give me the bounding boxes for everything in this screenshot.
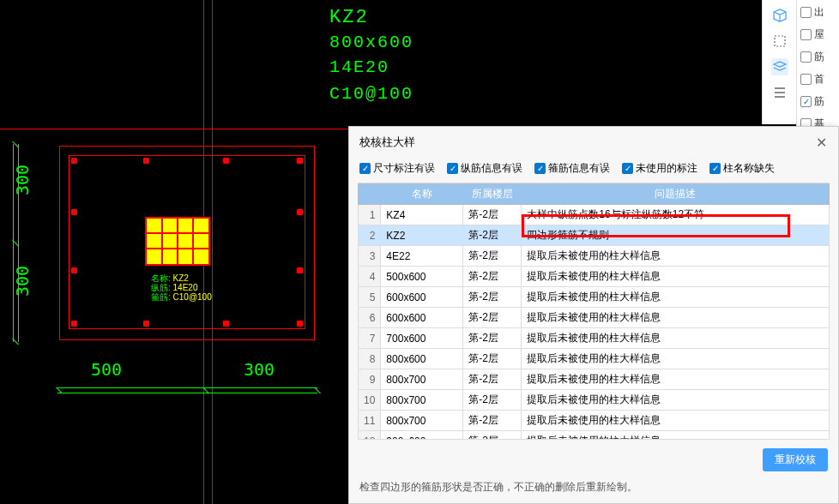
rebar-dot	[71, 209, 77, 215]
hint-text: 检查四边形的箍筋形状是否正确，不正确的删除后重新绘制。	[359, 480, 828, 495]
row-name: 4E22	[381, 246, 463, 267]
list-icon[interactable]	[771, 84, 788, 101]
row-index: 5	[359, 287, 381, 308]
check-column-dialog: 校核柱大样 ✕ ✓尺寸标注有误 ✓纵筋信息有误 ✓箍筋信息有误 ✓未使用的标注 …	[348, 126, 839, 504]
dim-line-bottom-2	[204, 387, 317, 388]
highlight-selection-grid	[147, 219, 208, 264]
dim-line-bottom-2b	[204, 393, 317, 393]
checkbox-name-missing[interactable]: ✓柱名称缺失	[709, 161, 775, 176]
row-name: 700x600	[381, 328, 463, 349]
rebar-dot	[143, 321, 149, 327]
view-toolbar	[762, 0, 796, 124]
close-button[interactable]: ✕	[814, 135, 828, 149]
option-4[interactable]: 首	[800, 72, 836, 87]
row-name: 900x600	[381, 431, 463, 441]
row-name: KZ4	[381, 205, 463, 225]
svg-rect-0	[775, 36, 785, 46]
table-row[interactable]: 1KZ4第-2层大样中纵筋点数16与标注纵筋数12不符	[359, 205, 830, 225]
row-floor: 第-2层	[463, 287, 522, 308]
option-2[interactable]: 屋	[800, 27, 836, 42]
row-index: 11	[359, 411, 381, 431]
row-index: 2	[359, 225, 381, 246]
row-name: 500x600	[381, 267, 463, 287]
row-index: 7	[359, 328, 381, 349]
rebar-dot	[223, 158, 229, 164]
filter-checkbox-row: ✓尺寸标注有误 ✓纵筋信息有误 ✓箍筋信息有误 ✓未使用的标注 ✓柱名称缺失	[349, 158, 838, 183]
row-index: 3	[359, 246, 381, 267]
table-row[interactable]: 11800x700第-2层提取后未被使用的柱大样信息	[359, 411, 830, 431]
row-desc: 提取后未被使用的柱大样信息	[522, 411, 830, 431]
table-row[interactable]: 10800x700第-2层提取后未被使用的柱大样信息	[359, 390, 830, 411]
rebar-dot	[143, 158, 149, 164]
row-name: 600x600	[381, 308, 463, 328]
dim-line-bottom-1	[57, 387, 204, 388]
row-index: 6	[359, 308, 381, 328]
rebar-dot	[297, 209, 303, 215]
option-3[interactable]: 筋	[800, 50, 836, 64]
row-index: 10	[359, 390, 381, 411]
row-floor: 第-2层	[463, 308, 522, 328]
col-index	[359, 184, 381, 205]
rebar-dot	[71, 267, 77, 273]
table-row[interactable]: 12900x600第-2层提取后未被使用的柱大样信息	[359, 431, 830, 441]
checkbox-stirrup-error[interactable]: ✓箍筋信息有误	[534, 161, 610, 176]
table-row[interactable]: 6600x600第-2层提取后未被使用的柱大样信息	[359, 308, 830, 328]
row-name: KZ2	[381, 225, 463, 246]
selection-icon[interactable]	[771, 33, 788, 50]
row-desc: 大样中纵筋点数16与标注纵筋数12不符	[522, 205, 830, 225]
cube-icon[interactable]	[771, 7, 788, 24]
option-1[interactable]: 出	[800, 5, 836, 20]
dim-text-300-bottom: 300	[244, 359, 275, 380]
rebar-dot	[297, 321, 303, 327]
row-desc: 提取后未被使用的柱大样信息	[522, 267, 830, 287]
issues-table: 名称 所属楼层 问题描述 1KZ4第-2层大样中纵筋点数16与标注纵筋数12不符…	[358, 183, 830, 440]
row-name: 800x700	[381, 411, 463, 431]
row-desc: 提取后未被使用的柱大样信息	[522, 369, 830, 390]
row-desc: 提取后未被使用的柱大样信息	[522, 246, 830, 267]
recheck-button[interactable]: 重新校核	[763, 448, 828, 471]
checkbox-rebar-error[interactable]: ✓纵筋信息有误	[447, 161, 522, 176]
table-row[interactable]: 7700x600第-2层提取后未被使用的柱大样信息	[359, 328, 830, 349]
row-floor: 第-2层	[463, 328, 522, 349]
row-index: 8	[359, 349, 381, 369]
row-floor: 第-2层	[463, 267, 522, 287]
row-name: 800x700	[381, 369, 463, 390]
option-5[interactable]: 筋	[800, 94, 836, 109]
row-floor: 第-2层	[463, 431, 522, 441]
dim-line-bottom-1b	[57, 393, 204, 393]
row-name: 800x600	[381, 349, 463, 369]
dialog-header: 校核柱大样 ✕	[349, 127, 838, 158]
table-row[interactable]: 2KZ2第-2层四边形箍筋不规则	[359, 225, 830, 246]
row-index: 12	[359, 431, 381, 441]
rebar-dot	[71, 158, 77, 164]
layers-icon[interactable]	[771, 58, 788, 75]
table-row[interactable]: 4500x600第-2层提取后未被使用的柱大样信息	[359, 267, 830, 287]
table-row[interactable]: 5600x600第-2层提取后未被使用的柱大样信息	[359, 287, 830, 308]
rebar-dot	[297, 158, 303, 164]
row-floor: 第-2层	[463, 411, 522, 431]
row-desc: 提取后未被使用的柱大样信息	[522, 287, 830, 308]
table-row[interactable]: 9800x700第-2层提取后未被使用的柱大样信息	[359, 369, 830, 390]
rebar-dot	[223, 321, 229, 327]
row-floor: 第-2层	[463, 205, 522, 225]
issues-table-wrapper[interactable]: 名称 所属楼层 问题描述 1KZ4第-2层大样中纵筋点数16与标注纵筋数12不符…	[358, 183, 830, 440]
checkbox-unused-label[interactable]: ✓未使用的标注	[622, 161, 697, 176]
dialog-footer: 重新校核 检查四边形的箍筋形状是否正确，不正确的删除后重新绘制。	[349, 440, 838, 503]
row-floor: 第-2层	[463, 369, 522, 390]
col-desc[interactable]: 问题描述	[522, 184, 830, 205]
cad-label-rebar: 14E20	[329, 57, 389, 77]
checkbox-dimension-error[interactable]: ✓尺寸标注有误	[359, 161, 435, 176]
row-desc: 提取后未被使用的柱大样信息	[522, 349, 830, 369]
dim-text-300-left-1: 300	[12, 165, 33, 195]
row-floor: 第-2层	[463, 349, 522, 369]
row-desc: 提取后未被使用的柱大样信息	[522, 328, 830, 349]
row-desc: 提取后未被使用的柱大样信息	[522, 431, 830, 441]
col-floor[interactable]: 所属楼层	[463, 184, 522, 205]
table-row[interactable]: 34E22第-2层提取后未被使用的柱大样信息	[359, 246, 830, 267]
row-desc: 提取后未被使用的柱大样信息	[522, 308, 830, 328]
cad-label-size: 800x600	[329, 33, 413, 52]
col-name[interactable]: 名称	[381, 184, 463, 205]
table-row[interactable]: 8800x600第-2层提取后未被使用的柱大样信息	[359, 349, 830, 369]
dim-text-300-left-2: 300	[12, 266, 33, 297]
row-index: 4	[359, 267, 381, 287]
